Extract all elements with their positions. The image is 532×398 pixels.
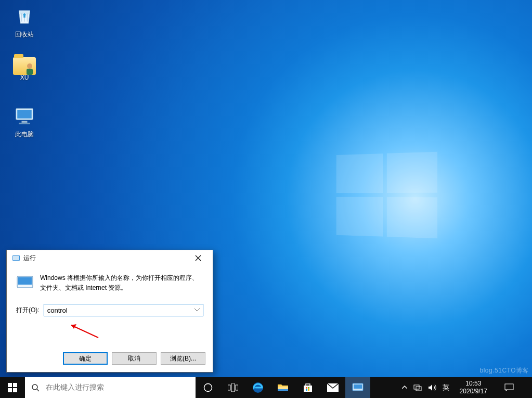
run-dialog-body-icon (16, 273, 34, 291)
desktop-icon-label: 此电脑 (5, 130, 44, 139)
svg-rect-10 (18, 285, 32, 287)
svg-rect-31 (414, 385, 419, 389)
desktop-icon-label: XU (5, 74, 44, 81)
taskbar: 在此键入进行搜索 英 10:53 2020/9/17 (0, 377, 532, 398)
start-button[interactable] (0, 377, 25, 398)
run-dialog: 运行 Windows 将根据你所输入的名称，为你打开相应的程序、文件夹、文档或 … (6, 250, 213, 373)
this-pc-icon (12, 104, 36, 128)
taskbar-item-file-explorer[interactable] (270, 377, 295, 398)
task-view-icon (228, 383, 238, 392)
svg-rect-17 (228, 385, 230, 390)
tray-chevron-up-icon[interactable] (402, 384, 407, 391)
clock-time: 10:53 (460, 380, 487, 388)
recycle-bin-icon (12, 4, 36, 28)
taskbar-search[interactable]: 在此键入进行搜索 (25, 377, 196, 398)
svg-rect-13 (8, 388, 12, 392)
browse-button[interactable]: 浏览(B)... (161, 352, 205, 365)
windows-logo-icon (8, 383, 17, 392)
svg-rect-3 (17, 110, 32, 119)
svg-rect-14 (13, 388, 17, 392)
run-app-icon (352, 383, 364, 392)
action-center-icon (504, 383, 514, 392)
file-explorer-icon (277, 383, 289, 392)
svg-rect-32 (416, 387, 421, 391)
ok-button[interactable]: 确定 (63, 352, 108, 365)
taskbar-item-edge[interactable] (245, 377, 270, 398)
taskbar-clock[interactable]: 10:53 2020/9/17 (456, 380, 491, 395)
desktop-icon-this-pc[interactable]: 此电脑 (5, 104, 44, 139)
microsoft-store-icon (303, 382, 313, 393)
run-dialog-title-icon (12, 254, 20, 262)
svg-rect-27 (308, 389, 309, 391)
desktop-icon-recycle-bin[interactable]: 回收站 (5, 4, 44, 39)
search-placeholder: 在此键入进行搜索 (46, 383, 104, 392)
search-icon (25, 383, 46, 392)
svg-rect-26 (306, 389, 307, 391)
edge-icon (252, 382, 264, 393)
clock-date: 2020/9/17 (460, 388, 487, 395)
network-icon[interactable] (413, 384, 422, 391)
svg-rect-7 (13, 256, 19, 260)
open-combobox[interactable] (44, 304, 203, 316)
cortana-icon (203, 383, 213, 392)
annotation-arrow (68, 323, 99, 339)
run-dialog-titlebar[interactable]: 运行 (7, 250, 213, 266)
windows-logo-wallpaper (336, 152, 437, 239)
watermark: blog.51CTO博客 (480, 366, 529, 375)
volume-icon[interactable] (428, 384, 436, 391)
open-label: 打开(O): (16, 306, 40, 315)
folder-icon (13, 57, 36, 75)
svg-rect-5 (19, 123, 30, 124)
svg-rect-4 (22, 121, 28, 123)
svg-rect-22 (278, 389, 288, 391)
svg-rect-12 (13, 383, 17, 387)
run-dialog-title: 运行 (23, 254, 187, 263)
svg-rect-9 (18, 277, 32, 285)
svg-rect-33 (505, 384, 513, 390)
taskbar-item-mail[interactable] (320, 377, 345, 398)
mail-icon (327, 383, 339, 392)
taskbar-item-run-app[interactable] (345, 377, 370, 398)
chevron-down-icon[interactable] (193, 306, 201, 314)
open-input[interactable] (44, 304, 203, 316)
svg-point-15 (32, 384, 37, 390)
desktop-icon-label: 回收站 (5, 30, 44, 39)
svg-rect-19 (236, 385, 238, 390)
taskbar-item-cortana[interactable] (196, 377, 220, 398)
close-icon (195, 255, 201, 261)
cancel-button[interactable]: 取消 (112, 352, 157, 365)
taskbar-item-microsoft-store[interactable] (295, 377, 320, 398)
run-dialog-description: Windows 将根据你所输入的名称，为你打开相应的程序、文件夹、文档或 Int… (40, 273, 203, 292)
taskbar-item-task-view[interactable] (220, 377, 245, 398)
svg-rect-18 (231, 383, 235, 392)
svg-rect-30 (354, 384, 362, 389)
svg-point-0 (27, 63, 32, 69)
svg-point-16 (204, 384, 212, 392)
svg-rect-24 (306, 387, 307, 389)
close-button[interactable] (187, 250, 210, 266)
ime-indicator[interactable]: 英 (443, 383, 449, 392)
system-tray: 英 10:53 2020/9/17 (397, 377, 532, 398)
svg-rect-11 (8, 383, 12, 387)
svg-rect-1 (27, 69, 33, 75)
action-center-button[interactable] (498, 383, 521, 392)
svg-rect-25 (308, 387, 309, 389)
desktop-icon-folder-xu[interactable]: XU (5, 54, 44, 81)
